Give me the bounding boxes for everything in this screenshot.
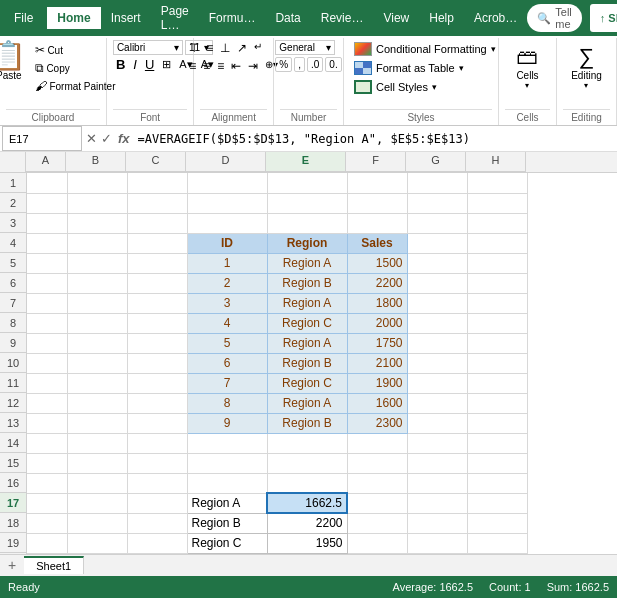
cell-h10[interactable] xyxy=(467,353,527,373)
col-header-b[interactable]: B xyxy=(66,152,126,172)
cell-d5[interactable]: 1 xyxy=(187,253,267,273)
cell-c14[interactable] xyxy=(127,433,187,453)
cell-c9[interactable] xyxy=(127,333,187,353)
cell-d1[interactable] xyxy=(187,173,267,193)
cell-a7[interactable] xyxy=(27,293,67,313)
row-header-19[interactable]: 19 xyxy=(0,533,26,553)
comma-button[interactable]: , xyxy=(294,57,305,72)
cell-e14[interactable] xyxy=(267,433,347,453)
cell-b16[interactable] xyxy=(67,473,127,493)
cell-e3[interactable] xyxy=(267,213,347,233)
cell-g17[interactable] xyxy=(407,493,467,513)
cell-h3[interactable] xyxy=(467,213,527,233)
cell-g9[interactable] xyxy=(407,333,467,353)
col-header-h[interactable]: H xyxy=(466,152,526,172)
cell-a14[interactable] xyxy=(27,433,67,453)
cell-h6[interactable] xyxy=(467,273,527,293)
cell-e13[interactable]: Region B xyxy=(267,413,347,433)
cell-d6[interactable]: 2 xyxy=(187,273,267,293)
cell-h18[interactable] xyxy=(467,513,527,533)
cell-d17[interactable]: Region A xyxy=(187,493,267,513)
cell-g1[interactable] xyxy=(407,173,467,193)
cell-g4[interactable] xyxy=(407,233,467,253)
cell-g2[interactable] xyxy=(407,193,467,213)
cell-b13[interactable] xyxy=(67,413,127,433)
cell-f13[interactable]: 2300 xyxy=(347,413,407,433)
cell-b2[interactable] xyxy=(67,193,127,213)
row-header-10[interactable]: 10 xyxy=(0,353,26,373)
font-family-select[interactable]: Calibri▾ xyxy=(113,40,183,55)
cell-f9[interactable]: 1750 xyxy=(347,333,407,353)
cell-f10[interactable]: 2100 xyxy=(347,353,407,373)
cell-b9[interactable] xyxy=(67,333,127,353)
cell-a15[interactable] xyxy=(27,453,67,473)
tab-review[interactable]: Revie… xyxy=(311,7,374,29)
cell-g5[interactable] xyxy=(407,253,467,273)
row-header-18[interactable]: 18 xyxy=(0,513,26,533)
add-sheet-button[interactable]: + xyxy=(0,555,24,575)
cell-b4[interactable] xyxy=(67,233,127,253)
cell-a13[interactable] xyxy=(27,413,67,433)
cell-f4[interactable]: Sales xyxy=(347,233,407,253)
cell-c11[interactable] xyxy=(127,373,187,393)
formula-cancel-button[interactable]: ✕ xyxy=(84,131,99,146)
orientation-button[interactable]: ↗ xyxy=(235,40,249,56)
cell-f19[interactable] xyxy=(347,533,407,553)
row-header-11[interactable]: 11 xyxy=(0,373,26,393)
cell-c2[interactable] xyxy=(127,193,187,213)
cell-b18[interactable] xyxy=(67,513,127,533)
align-middle-button[interactable]: ≡ xyxy=(204,40,215,56)
cell-styles-button[interactable]: Cell Styles ▾ xyxy=(350,78,441,96)
cell-a2[interactable] xyxy=(27,193,67,213)
row-header-2[interactable]: 2 xyxy=(0,193,26,213)
cell-d10[interactable]: 6 xyxy=(187,353,267,373)
bold-button[interactable]: B xyxy=(113,57,128,72)
decrease-decimal-button[interactable]: 0. xyxy=(325,57,341,72)
paste-button[interactable]: 📋 Paste xyxy=(0,40,30,83)
cell-e5[interactable]: Region A xyxy=(267,253,347,273)
conditional-formatting-button[interactable]: Conditional Formatting ▾ xyxy=(350,40,500,58)
cell-b8[interactable] xyxy=(67,313,127,333)
cell-f15[interactable] xyxy=(347,453,407,473)
cell-e9[interactable]: Region A xyxy=(267,333,347,353)
row-header-3[interactable]: 3 xyxy=(0,213,26,233)
cell-e10[interactable]: Region B xyxy=(267,353,347,373)
cell-a19[interactable] xyxy=(27,533,67,553)
decrease-indent-button[interactable]: ⇤ xyxy=(229,58,243,74)
cell-f7[interactable]: 1800 xyxy=(347,293,407,313)
cell-e2[interactable] xyxy=(267,193,347,213)
cell-a4[interactable] xyxy=(27,233,67,253)
cell-d9[interactable]: 5 xyxy=(187,333,267,353)
underline-button[interactable]: U xyxy=(142,57,157,72)
cell-d7[interactable]: 3 xyxy=(187,293,267,313)
cell-e16[interactable] xyxy=(267,473,347,493)
cell-a6[interactable] xyxy=(27,273,67,293)
tab-insert[interactable]: Insert xyxy=(101,7,151,29)
row-header-16[interactable]: 16 xyxy=(0,473,26,493)
cell-c5[interactable] xyxy=(127,253,187,273)
row-header-1[interactable]: 1 xyxy=(0,173,26,193)
cell-a11[interactable] xyxy=(27,373,67,393)
cell-h12[interactable] xyxy=(467,393,527,413)
row-header-5[interactable]: 5 xyxy=(0,253,26,273)
row-header-8[interactable]: 8 xyxy=(0,313,26,333)
tab-file[interactable]: File xyxy=(0,7,47,29)
cell-b11[interactable] xyxy=(67,373,127,393)
cell-g3[interactable] xyxy=(407,213,467,233)
percent-button[interactable]: % xyxy=(275,57,292,72)
cell-h16[interactable] xyxy=(467,473,527,493)
cell-c18[interactable] xyxy=(127,513,187,533)
wrap-text-button[interactable]: ↵ xyxy=(252,40,264,56)
col-header-f[interactable]: F xyxy=(346,152,406,172)
cell-d18[interactable]: Region B xyxy=(187,513,267,533)
row-header-7[interactable]: 7 xyxy=(0,293,26,313)
cell-b15[interactable] xyxy=(67,453,127,473)
cell-h15[interactable] xyxy=(467,453,527,473)
cell-a10[interactable] xyxy=(27,353,67,373)
cell-c1[interactable] xyxy=(127,173,187,193)
cell-d8[interactable]: 4 xyxy=(187,313,267,333)
cell-b6[interactable] xyxy=(67,273,127,293)
format-as-table-button[interactable]: Format as Table ▾ xyxy=(350,59,468,77)
cell-d16[interactable] xyxy=(187,473,267,493)
cell-a12[interactable] xyxy=(27,393,67,413)
